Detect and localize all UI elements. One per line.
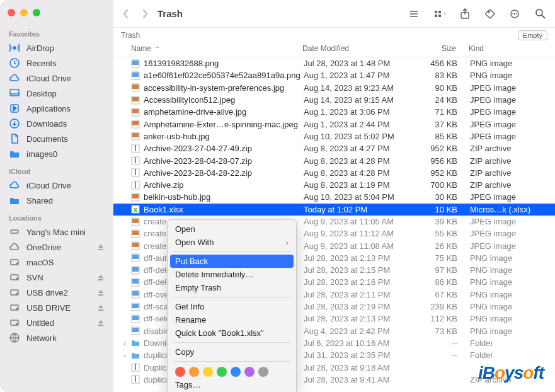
file-date: Jul 28, 2023 at 2:13 PM [304, 314, 415, 323]
file-row[interactable]: Archive-2023-27-04-27-49.zipAug 8, 2023 … [113, 142, 555, 154]
empty-trash-button[interactable]: Empty [518, 30, 547, 40]
file-name: amphetamine-drive-alive.jpg [144, 107, 304, 117]
file-icon [130, 326, 141, 336]
forward-button[interactable] [141, 9, 149, 19]
menu-item-label: Open With [175, 238, 214, 247]
file-row[interactable]: a1e60f61ef022ce505374e52aa891a9a.pngAug … [113, 69, 555, 81]
svg-rect-21 [435, 11, 437, 13]
disclosure-triangle-icon[interactable]: › [120, 352, 130, 359]
column-header-date[interactable]: Date Modified [302, 44, 413, 53]
sidebar-item-icloud-drive[interactable]: iCloud Drive [0, 71, 113, 86]
sidebar-item-usb-drive[interactable]: USB DRIVE [0, 300, 113, 315]
sidebar-item-label: USB DRIVE [26, 303, 71, 313]
menu-item-quick-look-book-xlsx[interactable]: Quick Look "Book1.xlsx" [168, 326, 296, 340]
file-row[interactable]: anker-usb-hub.jpgAug 10, 2023 at 5:02 PM… [113, 130, 555, 142]
file-date: Jul 28, 2023 at 2:13 PM [304, 253, 415, 263]
file-row[interactable]: Amphetamine-Exter…e-spinning-mac.jpegAug… [113, 118, 555, 130]
tags-button[interactable] [484, 8, 496, 20]
file-row[interactable]: amphetamine-drive-alive.jpgAug 1, 2023 a… [113, 106, 555, 118]
menu-item-label: Quick Look "Book1.xlsx" [175, 328, 264, 338]
menu-item-tags[interactable]: Tags… [168, 378, 296, 391]
share-button[interactable] [459, 8, 471, 20]
sidebar-item-images0[interactable]: images0 [0, 146, 113, 161]
menu-item-copy[interactable]: Copy [168, 345, 296, 359]
file-row[interactable]: Archive.zipAug 8, 2023 at 1:19 PM700 KBZ… [113, 179, 555, 191]
radio-icon [9, 42, 20, 54]
menu-item-empty-trash[interactable]: Empty Trash [168, 281, 296, 294]
globe-icon [9, 332, 20, 343]
sidebar-item-icloud-drive[interactable]: iCloud Drive [0, 178, 113, 193]
eject-icon[interactable] [97, 274, 105, 281]
file-row[interactable]: accessibility-in-system-preferences.jpgA… [113, 82, 555, 94]
sidebar-item-documents[interactable]: Documents [0, 131, 113, 146]
file-row[interactable]: 1613919832688.pngJul 28, 2023 at 1:48 PM… [113, 57, 555, 69]
menu-item-open-with[interactable]: Open With› [168, 236, 296, 249]
tag-color-dot[interactable] [175, 367, 185, 377]
sidebar-item-svn[interactable]: SVN [0, 270, 113, 285]
column-header-kind[interactable]: Kind [469, 44, 555, 53]
zoom-window-button[interactable] [33, 9, 40, 16]
close-window-button[interactable] [8, 9, 15, 16]
svg-rect-38 [132, 84, 139, 89]
tag-color-dot[interactable] [217, 367, 227, 377]
column-header-size[interactable]: Size [413, 44, 469, 53]
sidebar-item-recents[interactable]: Recents [0, 55, 113, 71]
eject-icon[interactable] [97, 243, 105, 251]
sidebar-item-shared[interactable]: Shared [0, 193, 113, 208]
sidebar-item-usb-drive2[interactable]: USB drive2 [0, 285, 113, 300]
sidebar-item-airdrop[interactable]: AirDrop [0, 40, 113, 55]
apps-icon [9, 103, 20, 114]
sidebar-item-downloads[interactable]: Downloads [0, 116, 113, 131]
menu-item-delete-immediately[interactable]: Delete Immediately… [168, 268, 296, 281]
sidebar-item-untitled[interactable]: Untitled [0, 315, 113, 330]
sidebar-item-yang-s-mac-mini[interactable]: Yang's Mac mini [0, 224, 113, 239]
sidebar-item-onedrive[interactable]: OneDrive [0, 239, 113, 255]
svg-point-0 [13, 47, 16, 49]
menu-item-put-back[interactable]: Put Back [170, 255, 294, 268]
eject-icon[interactable] [97, 319, 105, 326]
file-row[interactable]: AccessibilityIcon512.jpegAug 14, 2023 at… [113, 94, 555, 106]
sidebar-item-network[interactable]: Network [0, 330, 113, 345]
file-kind: PNG image [470, 59, 555, 68]
column-header-name[interactable]: Name ⌃ [131, 44, 302, 53]
file-icon [130, 289, 141, 299]
sidebar-item-label: OneDrive [26, 243, 61, 252]
group-button[interactable] [434, 8, 445, 20]
eject-icon[interactable] [97, 304, 105, 311]
disclosure-triangle-icon[interactable]: › [120, 339, 130, 347]
path-crumb[interactable]: Trash [121, 31, 140, 40]
file-name: Amphetamine-Exter…e-spinning-mac.jpeg [144, 120, 304, 129]
sidebar-item-applications[interactable]: Applications [0, 101, 113, 116]
tag-color-dot[interactable] [189, 367, 199, 377]
menu-item-get-info[interactable]: Get Info [168, 300, 296, 313]
minimize-window-button[interactable] [20, 9, 28, 16]
clock-icon [9, 57, 20, 69]
file-size: 239 KB [415, 302, 470, 311]
view-list-button[interactable] [409, 8, 420, 20]
back-button[interactable] [122, 9, 130, 19]
tag-color-dot[interactable] [203, 367, 213, 377]
sidebar-item-desktop[interactable]: Desktop [0, 86, 113, 101]
tag-color-dot[interactable] [244, 367, 255, 377]
file-row[interactable]: XBook1.xlsxToday at 1:02 PM10 KBMicros…k… [113, 204, 555, 216]
file-row[interactable]: Archive-2023-28-04-28-07.zipAug 8, 2023 … [113, 154, 555, 166]
file-size: -- [415, 338, 470, 348]
file-date: Aug 1, 2023 at 3:06 PM [304, 107, 415, 117]
chevron-right-icon: › [286, 238, 289, 247]
context-menu[interactable]: OpenOpen With›Put BackDelete Immediately… [167, 219, 297, 392]
svg-rect-44 [132, 121, 139, 125]
tag-color-dot[interactable] [258, 367, 268, 377]
file-row[interactable]: belkin-usb-hub.jpgAug 10, 2023 at 5:04 P… [113, 191, 555, 203]
action-menu-button[interactable] [510, 8, 521, 20]
menu-item-open[interactable]: Open [168, 222, 296, 236]
sidebar-item-macos[interactable]: macOS [0, 255, 113, 270]
eject-icon[interactable] [97, 289, 105, 296]
search-button[interactable] [535, 8, 546, 20]
sidebar-item-label: Network [26, 333, 57, 343]
tag-color-dot[interactable] [231, 367, 241, 377]
sidebar-item-label: Untitled [26, 318, 54, 328]
file-name: belkin-usb-hub.jpg [144, 192, 304, 202]
file-row[interactable]: Archive-2023-28-04-28-22.zipAug 8, 2023 … [113, 167, 555, 179]
menu-item-rename[interactable]: Rename [168, 313, 296, 326]
file-name: a1e60f61ef022ce505374e52aa891a9a.png [144, 71, 304, 80]
